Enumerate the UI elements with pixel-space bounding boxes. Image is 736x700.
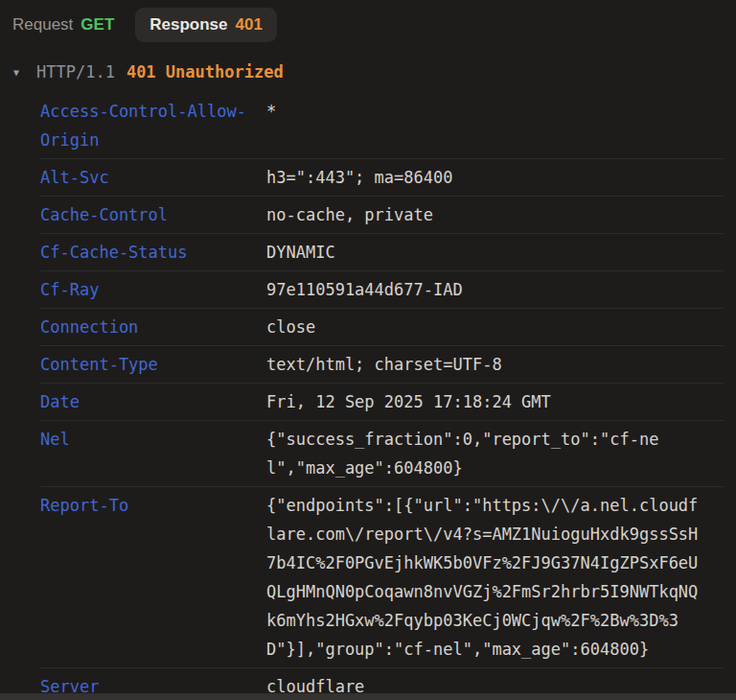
header-name: Connection: [40, 313, 266, 341]
header-name: Alt-Svc: [40, 163, 266, 192]
header-row: Date Fri, 12 Sep 2025 17:18:24 GMT: [40, 384, 724, 421]
header-name: Nel: [40, 425, 266, 454]
header-name: Cf-Cache-Status: [40, 238, 266, 267]
header-row: Cache-Control no-cache, private: [40, 197, 724, 234]
tab-request[interactable]: Request GET: [12, 8, 114, 42]
header-value: DYNAMIC: [266, 238, 702, 267]
request-tab-label: Request: [12, 15, 73, 35]
header-name: Access-Control-Allow-Origin: [40, 97, 266, 154]
header-value: {"success_fraction":0,"report_to":"cf-ne…: [266, 425, 702, 482]
header-value: Fri, 12 Sep 2025 17:18:24 GMT: [266, 387, 702, 416]
response-tab-label: Response: [150, 15, 227, 35]
tab-response[interactable]: Response 401: [135, 8, 277, 42]
request-response-tabbar: Request GET Response 401: [0, 0, 736, 42]
request-method-badge: GET: [80, 15, 114, 35]
header-row: Nel {"success_fraction":0,"report_to":"c…: [40, 421, 724, 487]
header-name: Cache-Control: [40, 200, 266, 229]
header-value: *: [266, 97, 702, 126]
header-name: Report-To: [40, 491, 266, 520]
response-status-line: ▼ HTTP/1.1 401 Unauthorized: [13, 62, 736, 82]
bottom-panel-edge: [0, 693, 736, 700]
response-status-badge: 401: [236, 15, 263, 35]
header-value: no-cache, private: [266, 200, 702, 229]
http-status-text: 401 Unauthorized: [126, 62, 284, 82]
header-row: Cf-Ray 97e110591a44d677-IAD: [40, 271, 724, 309]
header-row: Report-To {"endpoints":[{"url":"https:\/…: [40, 487, 724, 668]
header-row: Content-Type text/html; charset=UTF-8: [40, 346, 724, 384]
header-value: close: [266, 313, 702, 341]
http-protocol: HTTP/1.1: [36, 62, 115, 82]
header-value: text/html; charset=UTF-8: [266, 350, 702, 379]
header-row: Alt-Svc h3=":443"; ma=86400: [40, 159, 724, 197]
header-value: {"endpoints":[{"url":"https:\/\/a.nel.cl…: [266, 491, 702, 664]
header-name: Content-Type: [40, 350, 266, 379]
header-row: Cf-Cache-Status DYNAMIC: [40, 234, 724, 271]
header-value: 97e110591a44d677-IAD: [266, 275, 702, 304]
header-row: Connection close: [40, 309, 724, 346]
collapse-caret-icon[interactable]: ▼: [13, 67, 36, 78]
headers-table: Access-Control-Allow-Origin * Alt-Svc h3…: [0, 93, 736, 700]
header-name: Date: [40, 387, 266, 416]
header-value: h3=":443"; ma=86400: [266, 163, 702, 192]
header-name: Cf-Ray: [40, 275, 266, 304]
header-row: Access-Control-Allow-Origin *: [40, 93, 724, 159]
